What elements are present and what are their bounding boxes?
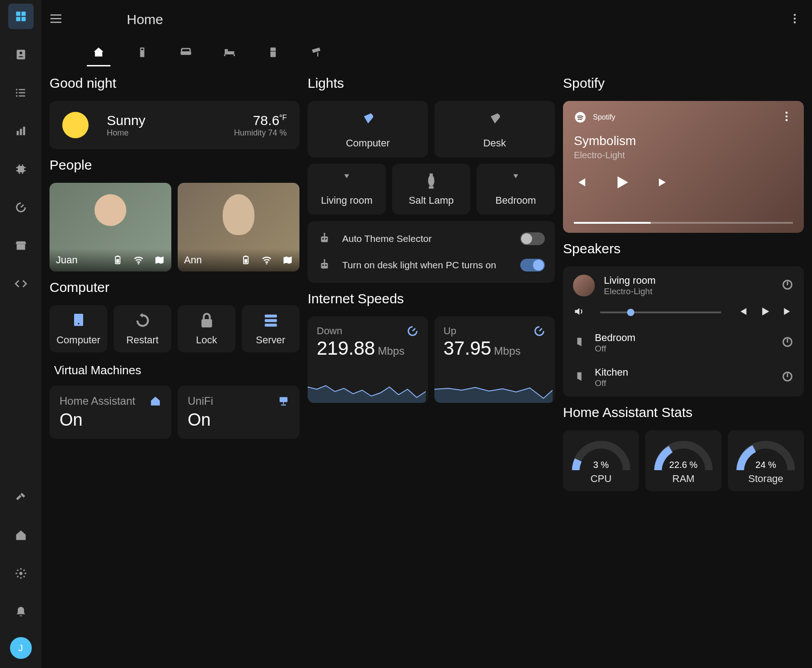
speed-down-card[interactable]: Down 219.88Mbps [308,316,428,403]
spotify-play[interactable] [613,173,631,193]
play-icon [613,173,631,191]
sidebar-settings[interactable] [8,561,34,586]
person-card-ann[interactable]: Ann [178,183,299,271]
spotify-icon [574,111,587,124]
sidebar-people[interactable] [8,42,34,67]
sidebar-notifications[interactable] [8,599,34,624]
tab-devices[interactable] [130,39,154,66]
speaker-next[interactable] [782,306,794,319]
section-people: People [50,157,299,173]
speed-up-card[interactable]: Up 37.95Mbps [434,316,555,403]
tile-label: Server [256,334,285,346]
speed-unit: Mbps [494,345,521,357]
light-living-room[interactable]: Living room [308,164,386,215]
tile-lock[interactable]: Lock [178,305,235,352]
spotify-progress[interactable] [574,222,793,224]
tab-kitchen[interactable] [261,39,285,66]
list-icon [15,86,27,99]
user-avatar[interactable]: J [10,637,32,659]
skip-next-icon [657,176,670,189]
skip-previous-icon [574,176,588,189]
camera-icon [310,46,323,59]
spotify-card[interactable]: Spotify Symbolism Electro-Light [563,101,804,233]
tab-living[interactable] [174,39,198,66]
volume-slider[interactable] [600,311,721,313]
sidebar-supervisor[interactable] [8,522,34,548]
section-speakers: Speakers [563,241,804,256]
light-label: Living room [321,195,373,206]
light-bedroom[interactable]: Bedroom [477,164,555,215]
light-desk[interactable]: Desk [434,101,555,157]
gauge-icon [533,325,546,337]
spotify-menu[interactable] [780,110,793,125]
person-photo [223,194,254,235]
light-computer[interactable]: Computer [308,101,428,157]
weather-location: Home [107,128,145,138]
weather-card[interactable]: Sunny Home 78.6°F Humidity 74 % [50,101,299,149]
speaker-prev[interactable] [737,306,748,319]
automation-toggle[interactable] [520,259,545,271]
speaker-device-icon [573,336,586,350]
volume-icon [573,306,585,317]
section-lights: Lights [308,75,555,91]
speaker-sub: Off [595,344,772,354]
desk-lamp-icon [356,109,380,134]
tile-restart[interactable]: Restart [114,305,171,352]
spotify-artist: Electro-Light [574,150,793,161]
person-card-juan[interactable]: Juan [50,183,171,271]
vm-card-unifi[interactable]: UniFi On [178,386,299,439]
person-card-icon [15,48,27,61]
speaker-volume-icon[interactable] [573,306,585,319]
battery-icon [240,255,251,266]
speaker-art [573,275,595,296]
speaker-power[interactable] [781,278,794,293]
menu-icon [49,11,63,26]
overflow-button[interactable] [785,9,805,30]
automation-toggle[interactable] [520,232,545,245]
tile-computer[interactable]: Computer [50,305,107,352]
menu-button[interactable] [49,11,63,28]
tabbar [41,39,812,66]
sidebar-history[interactable] [8,118,34,144]
dots-vertical-icon [788,12,801,25]
sidebar-logbook[interactable] [8,80,34,105]
speaker-name: Living room [604,275,772,286]
gauge-storage[interactable]: 24 % Storage [728,430,804,491]
bell-icon [15,605,27,618]
speaker-play[interactable] [759,306,771,319]
spotify-track: Symbolism [574,134,793,148]
spotify-prev[interactable] [574,176,588,191]
vm-name: UniFi [188,395,213,407]
sidebar-hacs[interactable] [8,233,34,258]
tile-label: Computer [56,334,100,346]
speaker-power[interactable] [781,336,794,350]
sidebar-energy[interactable] [8,195,34,220]
fridge-icon [267,46,279,59]
light-salt-lamp[interactable]: Salt Lamp [392,164,470,215]
tab-cameras[interactable] [305,39,329,66]
bed-icon [223,46,236,59]
vm-card-home-assistant[interactable]: Home Assistant On [50,386,171,439]
gauge-cpu[interactable]: 3 % CPU [563,430,639,491]
sidebar-editor[interactable] [8,271,34,296]
gauge-ram[interactable]: 22.6 % RAM [645,430,721,491]
tile-server[interactable]: Server [242,305,299,352]
spotify-next[interactable] [657,176,670,191]
tab-home[interactable] [87,39,110,66]
sidebar-devtools[interactable] [8,484,34,510]
lock-icon [198,311,216,330]
sidebar-dashboard[interactable] [8,4,34,29]
code-icon [15,277,27,290]
speed-label: Down [317,325,342,337]
power-icon [781,278,794,291]
person-photo [95,194,126,226]
sidebar-addons[interactable] [8,156,34,182]
home-icon [92,46,105,59]
speaker-power[interactable] [781,370,794,385]
map-icon [282,255,293,266]
floor-lamp-icon [337,172,356,191]
tab-bedroom[interactable] [218,39,241,66]
sparkline [434,380,553,403]
map-icon [154,255,165,266]
light-label: Desk [483,137,506,149]
